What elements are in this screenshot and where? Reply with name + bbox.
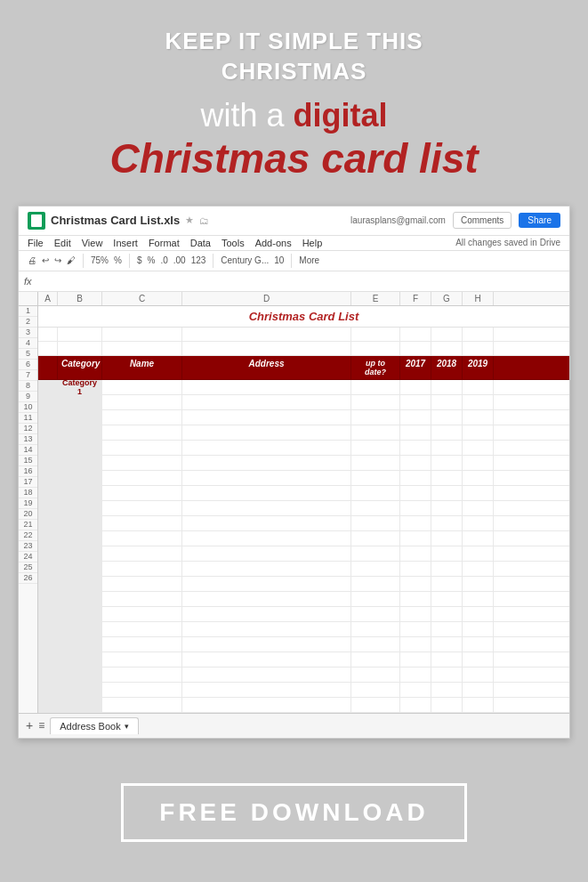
- row-9: [38, 441, 569, 456]
- cell-23b: [58, 652, 102, 667]
- font-family[interactable]: Century G...: [221, 255, 269, 265]
- cell-11e: [351, 471, 400, 485]
- title-bar: Christmas Card List.xls ★ 🗂 laurasplans@…: [19, 206, 569, 236]
- menu-edit[interactable]: Edit: [54, 238, 71, 248]
- cell-12c: [102, 486, 182, 500]
- row-22: [38, 637, 569, 652]
- cell-2f: [400, 328, 431, 341]
- cell-18a: [38, 577, 58, 591]
- corner-cell: [19, 292, 38, 305]
- cell-25f: [400, 683, 431, 697]
- col-b: B: [58, 292, 102, 305]
- more-label[interactable]: More: [299, 255, 319, 265]
- row-num-7: 7: [19, 370, 37, 381]
- spreadsheet-grid: A B C D E F G H 1 2 3 4 5 6 7 8 9 10 11: [19, 292, 569, 713]
- cell-26d: [182, 698, 351, 712]
- cell-16h: [463, 546, 494, 561]
- print-icon[interactable]: 🖨: [28, 255, 36, 265]
- cell-11h: [463, 471, 494, 485]
- cell-10d: [182, 456, 351, 470]
- cell-7f: [400, 410, 431, 425]
- cell-17f: [400, 562, 431, 576]
- comments-button[interactable]: Comments: [453, 212, 511, 229]
- zoom-level[interactable]: 75%: [91, 255, 109, 265]
- cell-8f: [400, 425, 431, 440]
- cell-17h: [463, 562, 494, 576]
- menu-view[interactable]: View: [82, 238, 103, 248]
- row-15: [38, 531, 569, 546]
- cell-17e: [351, 562, 400, 576]
- cell-26g: [431, 698, 463, 712]
- menu-format[interactable]: Format: [149, 238, 180, 248]
- cell-23c: [102, 652, 182, 667]
- cell-3c: [102, 342, 182, 355]
- headline: KEEP IT SIMPLE THIS CHRISTMAS: [36, 27, 552, 87]
- cell-2g: [431, 328, 463, 341]
- row-num-21: 21: [19, 520, 37, 530]
- menu-addons[interactable]: Add-ons: [255, 238, 292, 248]
- col-label-2017: 2017: [400, 356, 431, 379]
- cell-21b: [58, 622, 102, 636]
- row-num-5: 5: [19, 349, 37, 360]
- free-download-label[interactable]: FREE DOWNLOAD: [121, 783, 466, 842]
- col-h: H: [463, 292, 494, 305]
- decimal2-icon[interactable]: .00: [173, 255, 186, 265]
- cell-7b: [58, 410, 102, 425]
- zoom-icon[interactable]: %: [114, 255, 122, 265]
- cell-10a: [38, 456, 58, 470]
- cell-16f: [400, 546, 431, 561]
- tab-dropdown-icon[interactable]: ▾: [125, 722, 129, 731]
- decimal1-icon[interactable]: .0: [160, 255, 167, 265]
- row-6: [38, 395, 569, 410]
- cell-8d: [182, 425, 351, 440]
- cell-3g: [431, 342, 463, 355]
- cell-18g: [431, 577, 463, 591]
- col-e: E: [351, 292, 400, 305]
- paintformat-icon[interactable]: 🖌: [67, 255, 76, 265]
- share-button[interactable]: Share: [519, 213, 560, 228]
- row-num-2: 2: [19, 317, 37, 328]
- menu-help[interactable]: Help: [302, 238, 323, 248]
- sheets-icon: [28, 212, 45, 230]
- cell-21f: [400, 622, 431, 636]
- percent-icon[interactable]: %: [147, 255, 155, 265]
- sheet-list-icon[interactable]: ≡: [38, 719, 44, 732]
- cell-16c: [102, 546, 182, 561]
- cell-6a: [38, 395, 58, 409]
- cell-3a: [38, 342, 58, 355]
- toolbar-separator2: [129, 254, 130, 268]
- add-sheet-button[interactable]: +: [26, 718, 33, 732]
- address-book-tab[interactable]: Address Book ▾: [50, 717, 138, 734]
- cell-22g: [431, 637, 463, 651]
- cell-23e: [351, 652, 400, 667]
- undo-icon[interactable]: ↩: [42, 255, 49, 265]
- row-numbers: 1 2 3 4 5 6 7 8 9 10 11 12 13 14 15 16 1…: [19, 306, 38, 713]
- cell-21h: [463, 622, 494, 636]
- cell-21e: [351, 622, 400, 636]
- cell-5f: [400, 380, 431, 394]
- cell-2b: [58, 328, 102, 341]
- cell-19g: [431, 592, 463, 606]
- redo-icon[interactable]: ↪: [54, 255, 61, 265]
- menu-file[interactable]: File: [28, 238, 44, 248]
- cell-5h: [463, 380, 494, 394]
- menu-insert[interactable]: Insert: [113, 238, 138, 248]
- cell-6g: [431, 395, 463, 409]
- menu-tools[interactable]: Tools: [222, 238, 245, 248]
- toolbar-separator4: [291, 254, 292, 268]
- cell-20e: [351, 607, 400, 621]
- font-size[interactable]: 10: [274, 255, 284, 265]
- cell-20a: [38, 607, 58, 621]
- user-email: laurasplans@gmail.com: [350, 215, 446, 225]
- cell-16g: [431, 546, 463, 561]
- cell-14b: [58, 516, 102, 530]
- cell-14g: [431, 516, 463, 530]
- formula-input[interactable]: [37, 273, 564, 289]
- currency-icon[interactable]: $: [137, 255, 142, 265]
- cell-3f: [400, 342, 431, 355]
- row-2: [38, 328, 569, 342]
- row-11: [38, 471, 569, 486]
- format-number[interactable]: 123: [191, 255, 206, 265]
- menu-data[interactable]: Data: [190, 238, 211, 248]
- cell-13b: [58, 501, 102, 515]
